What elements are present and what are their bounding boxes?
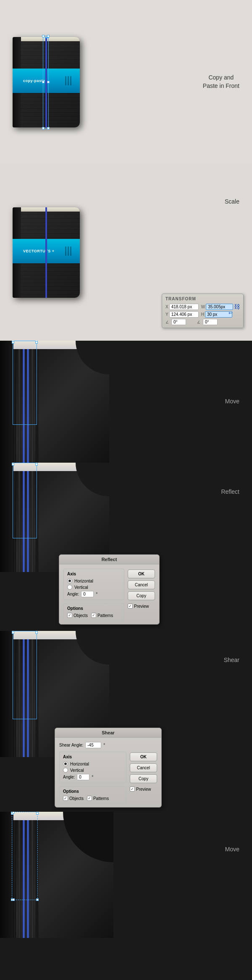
vertical-radio-shear[interactable] [63,768,68,773]
objects-label-reflect: Objects [74,613,88,618]
move-text: Move [225,398,239,405]
angle1-label: ∠ [165,320,169,324]
cancel-btn-shear[interactable]: Cancel [130,763,157,772]
patterns-checkbox-reflect[interactable]: ✓ [91,613,96,618]
angle2-label: ∠ [197,320,200,324]
reflect-dialog: Reflect Axis Horizontal [59,554,160,625]
options-label-shear: Options [63,789,123,794]
vertical-radio[interactable] [67,585,72,590]
preview-label-reflect: Preview [134,604,149,609]
horizontal-radio-shear[interactable] [63,761,68,766]
preview-checkbox-reflect[interactable]: ✓ [128,604,133,609]
x-label: X [165,305,168,309]
notebook-1: copy-paste [13,37,80,127]
ok-btn-shear[interactable]: OK [130,752,157,761]
patterns-label-shear: Patterns [93,796,109,801]
objects-label-shear: Objects [69,796,84,801]
label-copy-paste: Copy and Paste in Front [203,74,239,90]
options-label-reflect: Options [67,606,121,611]
horizontal-label-shear: Horizontal [70,762,89,766]
shear-angle-input[interactable]: -45 [85,742,101,748]
shear-symbol: ° [103,743,105,747]
preview-label-shear: Preview [136,787,151,792]
transform-panel: TRANSFORM X 418.018 px W 35.005px ⛓ Y 12… [162,294,244,328]
angle2-input[interactable]: 0° [203,319,218,325]
shear-dialog: Shear Shear Angle: -45 ° Axis [55,728,162,808]
angle-label-reflect: Angle: [67,592,79,596]
shear-text: Shear [224,657,239,663]
horizontal-radio[interactable] [67,578,72,583]
angle-input-reflect[interactable]: 0 [81,591,94,597]
horizontal-label: Horizontal [74,579,93,583]
angle-symbol-reflect: ° [96,592,97,596]
link-icon[interactable]: ⛓ [234,303,240,310]
scale-text: Scale [225,198,239,205]
h-label: H [201,312,204,317]
cancel-btn-reflect[interactable]: Cancel [128,580,155,589]
y-value[interactable]: 124.406 px [169,311,199,318]
angle1-input[interactable]: 0° [171,319,186,325]
section-move: Move [0,341,252,463]
w-value[interactable]: 35.005px [206,304,233,310]
notebook-2: VECTORTUTS + [13,207,80,298]
angle-input-shear[interactable]: 0 [77,774,89,780]
h-value[interactable]: 30 px ↩ [205,311,232,318]
preview-checkbox-shear[interactable]: ✓ [130,787,135,792]
shear-angle-label: Shear Angle: [59,743,83,747]
ok-btn-reflect[interactable]: OK [128,569,155,578]
axis-label: Axis [67,572,121,576]
x-value[interactable]: 418.018 px [169,304,199,310]
w-label: W [201,305,205,309]
patterns-label-reflect: Patterns [97,613,113,618]
objects-checkbox-shear[interactable]: ✓ [63,796,68,801]
transform-title: TRANSFORM [165,297,240,301]
closeup-move2 [0,812,113,938]
label-shear: Shear [224,656,239,665]
patterns-checkbox-shear[interactable]: ✓ [87,796,92,801]
axis-label-shear: Axis [63,755,123,759]
section-reflect: Reflect Axis Horizontal [0,463,252,631]
y-label: Y [165,312,168,317]
shear-dialog-title: Shear [55,728,161,738]
section-shear: Shear Shear Angle: -45 ° Axis [0,631,252,812]
section-move2: Move [0,812,252,980]
vertical-label: Vertical [74,585,88,590]
notebook-brand-text-2: VECTORTUTS + [23,249,55,253]
angle-symbol-shear: ° [92,775,93,779]
objects-checkbox-reflect[interactable]: ✓ [67,613,72,618]
move2-text: Move [225,846,239,853]
label-move: Move [225,397,239,406]
section-scale: VECTORTUTS + TRANSFORM X 418.018 px W [0,164,252,341]
label-move2: Move [225,845,239,854]
copy-btn-reflect[interactable]: Copy [128,591,155,600]
label-reflect: Reflect [221,488,239,496]
angle-label-shear: Angle: [63,775,75,779]
label-scale: Scale [225,198,239,206]
section-copy-paste: copy-paste [0,0,252,164]
closeup-move [0,341,109,463]
vertical-label-shear: Vertical [70,768,84,773]
reflect-dialog-title: Reflect [59,555,159,564]
reflect-text: Reflect [221,488,239,495]
copy-btn-shear[interactable]: Copy [130,774,157,783]
